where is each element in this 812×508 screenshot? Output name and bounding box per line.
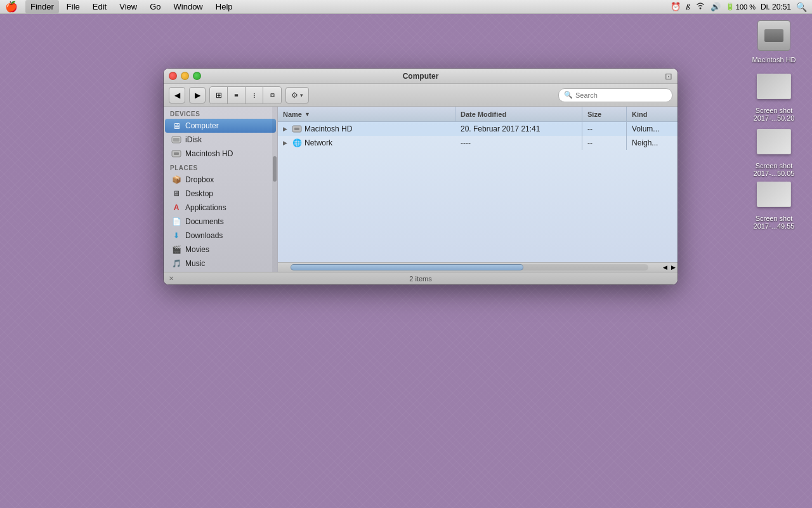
sidebar-label-applications: Applications	[185, 203, 226, 212]
sidebar-item-movies[interactable]: 🎬 Movies	[165, 243, 276, 257]
menubar-go[interactable]: Go	[145, 0, 166, 13]
back-icon: ◀	[174, 91, 180, 100]
sidebar-item-idisk[interactable]: iDisk	[165, 133, 276, 147]
sidebar-item-macintosh-hd[interactable]: Macintosh HD	[165, 147, 276, 161]
sidebar-item-dropbox[interactable]: 📦 Dropbox	[165, 173, 276, 187]
devices-section-label: DEVICES	[164, 107, 277, 119]
row-macintosh-hd-date: 20. Februar 2017 21:41	[455, 122, 582, 136]
view-column-button[interactable]: ⫶	[246, 87, 263, 104]
volume-icon[interactable]: 🔊	[710, 2, 721, 11]
col-kind-label: Kind	[632, 110, 647, 118]
sidebar-label-desktop: Desktop	[185, 189, 213, 198]
view-list-button[interactable]: ≡	[228, 87, 246, 104]
battery-icon[interactable]: 🔋	[726, 3, 735, 11]
desktop-icon-macintosh-hd[interactable]: Macintosh HD	[749, 18, 799, 64]
forward-icon: ▶	[195, 91, 200, 100]
sidebar-item-computer[interactable]: 🖥 Computer	[165, 119, 276, 133]
svg-point-0	[699, 8, 701, 10]
resize-icon[interactable]: ⊡	[665, 71, 672, 81]
menubar-finder[interactable]: Finder	[25, 0, 59, 13]
table-row[interactable]: ▶ Macintosh HD 20. Februar 2017 21:41 --…	[278, 122, 678, 136]
sidebar-label-movies: Movies	[185, 245, 209, 254]
view-cover-icon: ⧈	[270, 91, 275, 99]
desktop-sidebar-icon: 🖥	[171, 189, 181, 199]
menubar-edit[interactable]: Edit	[88, 0, 112, 13]
toolbar: ◀ ▶ ⊞ ≡ ⫶ ⧈ ⚙ ▾ 🔍	[164, 84, 678, 107]
desktop-screenshot-1-label: Screen shot 2017-...50.20	[750, 107, 798, 122]
expand-arrow-icon[interactable]: ▶	[283, 126, 289, 132]
close-button[interactable]	[169, 72, 177, 80]
desktop-screenshot-2-label: Screen shot 2017-...50.05	[750, 162, 798, 177]
col-size-header[interactable]: Size	[582, 107, 627, 121]
time-machine-icon[interactable]: ⏰	[671, 2, 681, 11]
menubar-file[interactable]: File	[62, 0, 85, 13]
menubar: 🍎 Finder File Edit View Go Window Help ⏰…	[0, 0, 812, 14]
sidebar-scrollthumb[interactable]	[273, 156, 277, 182]
sidebar-label-idisk: iDisk	[185, 135, 202, 144]
menubar-view[interactable]: View	[114, 0, 142, 13]
hscroll-track	[291, 264, 648, 271]
search-icon: 🔍	[564, 91, 573, 99]
horizontal-scrollbar: ◀ ▶	[278, 262, 678, 272]
maximize-button[interactable]	[193, 72, 201, 80]
desktop-icon-label: Macintosh HD	[752, 56, 796, 64]
titlebar: Computer ⊡	[164, 69, 678, 84]
datetime-display: Di. 20:51	[761, 3, 791, 11]
idisk-icon	[171, 135, 181, 145]
main-content: Name ▼ Date Modified Size Kind ▶	[278, 107, 678, 272]
close-panel-icon[interactable]: ✕	[169, 275, 174, 282]
view-buttons: ⊞ ≡ ⫶ ⧈	[209, 86, 282, 104]
view-list-icon: ≡	[234, 91, 238, 99]
minimize-button[interactable]	[181, 72, 189, 80]
col-date-header[interactable]: Date Modified	[455, 107, 582, 121]
search-box[interactable]: 🔍	[558, 88, 672, 102]
desktop-icon-screenshot-2[interactable]: Screen shot 2017-...50.05	[749, 124, 799, 177]
search-input[interactable]	[575, 91, 667, 99]
sidebar-label-dropbox: Dropbox	[185, 175, 214, 184]
desktop-screenshot-3-label: Screen shot 2017-...49.55	[750, 215, 798, 230]
sidebar-label-music: Music	[185, 259, 205, 268]
view-icon-button[interactable]: ⊞	[210, 87, 228, 104]
music-icon: 🎵	[171, 258, 181, 269]
row-macintosh-hd-name: Macintosh HD	[304, 124, 352, 133]
sidebar-label-documents: Documents	[185, 217, 224, 226]
desktop-icon-screenshot-1[interactable]: Screen shot 2017-...50.20	[749, 69, 799, 122]
sidebar-item-desktop[interactable]: 🖥 Desktop	[165, 187, 276, 201]
window-buttons	[169, 72, 201, 80]
sidebar-item-music[interactable]: 🎵 Music	[165, 257, 276, 271]
sidebar-item-downloads[interactable]: ⬇ Downloads	[165, 229, 276, 243]
forward-button[interactable]: ▶	[189, 87, 206, 104]
screenshot-thumb-2	[756, 124, 792, 159]
apple-menu[interactable]: 🍎	[5, 1, 18, 13]
col-name-header[interactable]: Name ▼	[278, 107, 455, 121]
downloads-icon: ⬇	[171, 231, 181, 241]
col-kind-header[interactable]: Kind	[627, 107, 678, 121]
sidebar-item-applications[interactable]: A Applications	[165, 201, 276, 215]
scroll-left-arrow[interactable]: ◀	[661, 264, 669, 271]
scroll-right-arrow[interactable]: ▶	[669, 264, 678, 271]
screenshot-thumb-3	[756, 177, 792, 212]
view-cover-button[interactable]: ⧈	[263, 87, 281, 104]
menubar-help[interactable]: Help	[211, 0, 238, 13]
spotlight-icon[interactable]: 🔍	[796, 2, 807, 12]
back-button[interactable]: ◀	[169, 87, 185, 104]
sidebar-item-documents[interactable]: 📄 Documents	[165, 215, 276, 229]
hdd-icon-image	[756, 18, 792, 53]
view-column-icon: ⫶	[252, 91, 256, 99]
action-button[interactable]: ⚙ ▾	[285, 87, 309, 104]
desktop-icon-screenshot-3[interactable]: Screen shot 2017-...49.55	[749, 177, 799, 230]
hscroll-thumb[interactable]	[291, 264, 523, 271]
col-date-label: Date Modified	[461, 110, 506, 118]
wifi-icon[interactable]	[695, 2, 705, 11]
menubar-window[interactable]: Window	[169, 0, 208, 13]
sidebar-label-macintosh-hd: Macintosh HD	[185, 149, 233, 158]
menubar-right: ⏰ ß 🔊 🔋 100 % Di. 20:51 🔍	[671, 2, 807, 12]
expand-arrow-network-icon[interactable]: ▶	[283, 140, 289, 146]
applications-icon: A	[171, 203, 181, 213]
row-network-size: --	[582, 136, 627, 150]
places-section-label: PLACES	[164, 161, 277, 173]
row-network-kind: Neigh...	[627, 136, 678, 150]
table-row[interactable]: ▶ 🌐 Network ---- -- Neigh...	[278, 136, 678, 150]
bluetooth-icon[interactable]: ß	[686, 2, 690, 12]
window-title: Computer	[403, 72, 439, 81]
